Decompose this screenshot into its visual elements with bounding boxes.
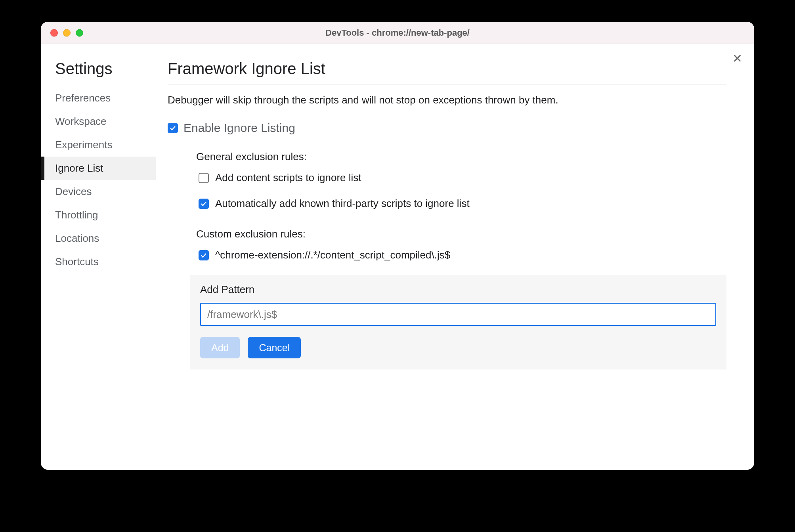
check-icon xyxy=(169,124,176,132)
general-exclusion-title: General exclusion rules: xyxy=(196,151,726,163)
settings-sidebar: Settings Preferences Workspace Experimen… xyxy=(41,44,156,470)
add-pattern-label: Add Pattern xyxy=(200,283,716,296)
enable-ignore-listing-row[interactable]: Enable Ignore Listing xyxy=(168,121,726,135)
auto-third-party-label: Automatically add known third-party scri… xyxy=(215,197,470,210)
auto-third-party-checkbox[interactable] xyxy=(199,199,209,209)
close-icon[interactable]: ✕ xyxy=(732,53,742,65)
traffic-lights xyxy=(50,29,83,36)
general-exclusion-section: General exclusion rules: Add content scr… xyxy=(168,151,726,210)
devtools-window: DevTools - chrome://new-tab-page/ ✕ Sett… xyxy=(41,22,754,470)
sidebar-item-throttling[interactable]: Throttling xyxy=(41,203,156,227)
page-description: Debugger will skip through the scripts a… xyxy=(168,94,726,106)
cancel-button[interactable]: Cancel xyxy=(248,337,301,358)
main-panel: Framework Ignore List Debugger will skip… xyxy=(156,44,754,470)
close-window-icon[interactable] xyxy=(50,29,58,36)
sidebar-item-shortcuts[interactable]: Shortcuts xyxy=(41,250,156,274)
titlebar: DevTools - chrome://new-tab-page/ xyxy=(41,22,754,44)
add-content-scripts-checkbox[interactable] xyxy=(199,173,209,183)
custom-pattern-label: ^chrome-extension://.*/content_script_co… xyxy=(215,249,450,261)
custom-pattern-checkbox[interactable] xyxy=(199,250,209,260)
custom-pattern-row[interactable]: ^chrome-extension://.*/content_script_co… xyxy=(196,249,726,261)
maximize-window-icon[interactable] xyxy=(76,29,83,36)
sidebar-item-locations[interactable]: Locations xyxy=(41,227,156,250)
sidebar-item-devices[interactable]: Devices xyxy=(41,180,156,203)
custom-exclusion-title: Custom exclusion rules: xyxy=(196,228,726,240)
check-icon xyxy=(200,252,207,259)
add-button[interactable]: Add xyxy=(200,337,240,358)
add-content-scripts-label: Add content scripts to ignore list xyxy=(215,172,361,184)
add-pattern-buttons: Add Cancel xyxy=(200,337,716,358)
minimize-window-icon[interactable] xyxy=(63,29,71,36)
add-content-scripts-row[interactable]: Add content scripts to ignore list xyxy=(196,172,726,184)
sidebar-item-workspace[interactable]: Workspace xyxy=(41,110,156,133)
sidebar-item-ignore-list[interactable]: Ignore List xyxy=(41,157,156,180)
pattern-input[interactable] xyxy=(200,303,716,326)
check-icon xyxy=(200,200,207,207)
custom-exclusion-section: Custom exclusion rules: ^chrome-extensio… xyxy=(168,228,726,261)
auto-third-party-row[interactable]: Automatically add known third-party scri… xyxy=(196,197,726,210)
sidebar-item-experiments[interactable]: Experiments xyxy=(41,133,156,157)
enable-ignore-listing-checkbox[interactable] xyxy=(168,123,178,133)
add-pattern-panel: Add Pattern Add Cancel xyxy=(190,275,726,369)
page-title: Framework Ignore List xyxy=(168,60,726,84)
sidebar-title: Settings xyxy=(41,60,156,86)
window-title: DevTools - chrome://new-tab-page/ xyxy=(41,28,754,38)
content-area: ✕ Settings Preferences Workspace Experim… xyxy=(41,44,754,470)
enable-ignore-listing-label: Enable Ignore Listing xyxy=(183,121,295,135)
sidebar-item-preferences[interactable]: Preferences xyxy=(41,86,156,110)
